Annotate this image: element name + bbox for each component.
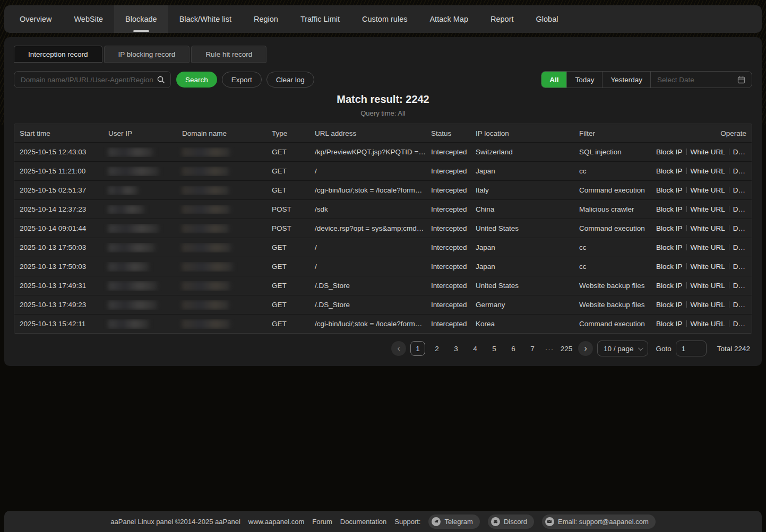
support-label: Support:: [394, 518, 420, 526]
cell-user-ip: [103, 167, 177, 176]
block-ip-link[interactable]: Block IP: [656, 205, 683, 213]
block-ip-link[interactable]: Block IP: [656, 320, 683, 328]
search-button[interactable]: Search: [176, 72, 217, 88]
block-ip-link[interactable]: Block IP: [656, 243, 683, 251]
cell-domain-name: [177, 319, 266, 329]
blurred-ip: [108, 300, 157, 310]
nav-item-blockade[interactable]: Blockade: [114, 5, 168, 33]
nav-item-overview[interactable]: Overview: [8, 5, 63, 33]
site-link[interactable]: www.aapanel.com: [248, 518, 305, 526]
record-tabs: Interception recordIP blocking recordRul…: [14, 46, 752, 63]
block-ip-link[interactable]: Block IP: [656, 282, 683, 290]
page-4[interactable]: 4: [468, 341, 483, 356]
nav-item-report[interactable]: Report: [479, 5, 525, 33]
nav-item-region[interactable]: Region: [243, 5, 289, 33]
block-ip-link[interactable]: Block IP: [656, 167, 683, 175]
clear-log-button[interactable]: Clear log: [266, 72, 314, 88]
white-url-link[interactable]: White URL: [691, 167, 725, 175]
email-button[interactable]: Email: support@aapanel.com: [542, 514, 656, 529]
search-icon[interactable]: [157, 75, 165, 84]
operate-separator: [686, 320, 687, 327]
page-3[interactable]: 3: [449, 341, 463, 356]
block-ip-link[interactable]: Block IP: [656, 263, 683, 271]
details-link[interactable]: Details: [733, 243, 752, 251]
details-link[interactable]: Details: [733, 263, 752, 271]
cell-type: GET: [266, 243, 309, 251]
white-url-link[interactable]: White URL: [691, 224, 725, 232]
nav-item-traffic-limit[interactable]: Traffic Limit: [289, 5, 351, 33]
cell-filter: SQL injection: [574, 148, 656, 156]
goto-page-input[interactable]: [676, 341, 707, 356]
tab-ip-blocking-record[interactable]: IP blocking record: [104, 46, 190, 63]
white-url-link[interactable]: White URL: [691, 282, 725, 290]
filter-today[interactable]: Today: [567, 72, 603, 88]
filter-yesterday[interactable]: Yesterday: [603, 72, 651, 88]
cell-operate: Block IPWhite URLDetails: [656, 205, 752, 213]
details-link[interactable]: Details: [733, 320, 752, 328]
white-url-link[interactable]: White URL: [691, 301, 725, 309]
details-link[interactable]: Details: [733, 186, 752, 194]
page-1[interactable]: 1: [410, 341, 425, 356]
details-link[interactable]: Details: [733, 282, 752, 290]
docs-link[interactable]: Documentation: [340, 518, 386, 526]
block-ip-link[interactable]: Block IP: [656, 301, 683, 309]
nav-item-custom-rules[interactable]: Custom rules: [351, 5, 418, 33]
page-2[interactable]: 2: [429, 341, 444, 356]
page-5[interactable]: 5: [487, 341, 502, 356]
next-page-icon[interactable]: ›: [578, 341, 593, 356]
cell-ip-location: China: [470, 205, 574, 213]
blurred-domain: [182, 281, 230, 291]
cell-url: /: [309, 167, 426, 175]
operate-separator: [729, 149, 729, 155]
telegram-button[interactable]: Telegram: [428, 514, 479, 529]
search-box[interactable]: [14, 71, 171, 88]
operate-separator: [686, 244, 687, 250]
block-ip-link[interactable]: Block IP: [656, 224, 683, 232]
discord-button[interactable]: Discord: [488, 514, 534, 529]
cell-url: /: [309, 263, 426, 271]
cell-url: /cgi-bin/luci/;stok = /locale?form…: [309, 320, 426, 328]
nav-item-global[interactable]: Global: [525, 5, 570, 33]
nav-item-attack-map[interactable]: Attack Map: [418, 5, 479, 33]
details-link[interactable]: Details: [733, 224, 752, 232]
column-header-type: Type: [266, 129, 309, 137]
search-input[interactable]: [20, 75, 157, 84]
details-link[interactable]: Details: [733, 167, 752, 175]
white-url-link[interactable]: White URL: [691, 243, 725, 251]
page-6[interactable]: 6: [506, 341, 521, 356]
white-url-link[interactable]: White URL: [691, 263, 725, 271]
page-225[interactable]: 225: [559, 341, 574, 356]
block-ip-link[interactable]: Block IP: [656, 148, 683, 156]
white-url-link[interactable]: White URL: [691, 205, 725, 213]
date-picker[interactable]: Select Date: [651, 72, 752, 88]
cell-url: /.DS_Store: [309, 301, 426, 309]
page-7[interactable]: 7: [525, 341, 540, 356]
white-url-link[interactable]: White URL: [691, 320, 725, 328]
cell-filter: Command execution: [574, 224, 656, 232]
cell-type: GET: [266, 148, 309, 156]
page-size-select[interactable]: 10 / page: [597, 341, 648, 356]
calendar-icon[interactable]: [737, 76, 745, 84]
filter-all[interactable]: All: [541, 72, 567, 88]
export-button[interactable]: Export: [222, 72, 262, 88]
telegram-icon: [432, 517, 441, 526]
forum-link[interactable]: Forum: [312, 518, 332, 526]
nav-item-website[interactable]: WebSite: [63, 5, 114, 33]
cell-operate: Block IPWhite URLDetails: [656, 320, 752, 328]
tab-rule-hit-record[interactable]: Rule hit record: [191, 46, 266, 63]
nav-item-black-white-list[interactable]: Black/White list: [168, 5, 243, 33]
cell-operate: Block IPWhite URLDetails: [656, 224, 752, 232]
white-url-link[interactable]: White URL: [691, 186, 725, 194]
white-url-link[interactable]: White URL: [691, 148, 725, 156]
cell-operate: Block IPWhite URLDetails: [656, 167, 752, 175]
details-link[interactable]: Details: [733, 301, 752, 309]
page-ellipsis[interactable]: ···: [544, 345, 555, 353]
top-nav: OverviewWebSiteBlockadeBlack/White listR…: [4, 5, 762, 33]
tab-interception-record[interactable]: Interception record: [14, 46, 102, 63]
pagination: ‹ 1234567···225 › 10 / page Goto Total 2…: [14, 341, 752, 356]
discord-icon: [491, 517, 500, 526]
details-link[interactable]: Details: [733, 148, 752, 156]
block-ip-link[interactable]: Block IP: [656, 186, 683, 194]
details-link[interactable]: Details: [733, 205, 752, 213]
prev-page-icon[interactable]: ‹: [391, 341, 406, 356]
